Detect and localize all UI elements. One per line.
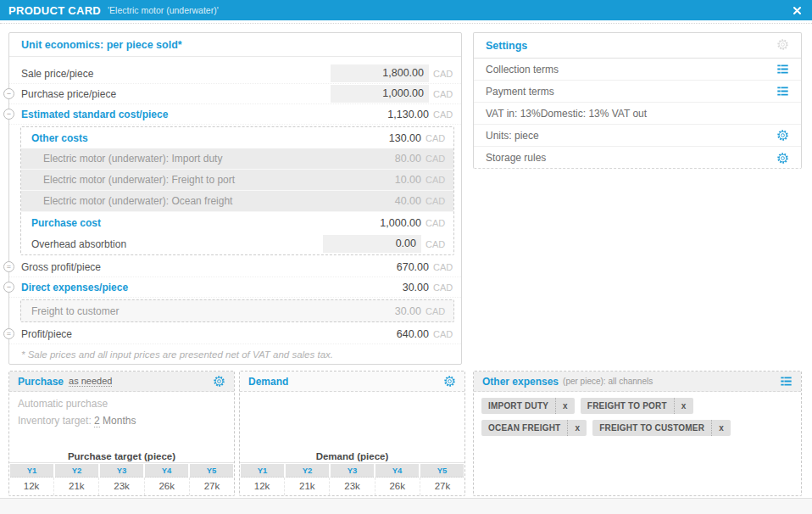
automatic-purchase-label: Automatic purchase [18,398,108,410]
sale-price-label: Sale price/piece [21,68,93,80]
expense-tag[interactable]: FREIGHT TO PORTx [581,398,693,414]
other-costs-label[interactable]: Other costs [31,132,88,144]
settings-title: Settings [486,40,527,52]
equals-gross-profit-icon: = [3,261,14,272]
purchase-cost-unit: CAD [421,218,447,228]
inventory-target-label: Inventory target: [18,415,92,427]
demand-year-tab[interactable]: Y1 [241,464,284,478]
purchase-price-input[interactable]: 1,000.00 [331,85,429,103]
setting-units[interactable]: Units: piece [474,125,801,147]
purchase-cost-label[interactable]: Purchase cost [31,217,101,229]
est-std-cost-label[interactable]: Estimated standard cost/piece [21,109,168,120]
freight-to-port-unit: CAD [421,175,447,185]
freight-to-customer-value: 30.00 [395,305,421,317]
import-duty-value: 80.00 [395,153,421,165]
other-expenses-panel: Other expenses (per piece): all channels… [473,371,802,496]
other-expenses-subtitle: (per piece): all channels [563,377,653,386]
purchase-year-tab[interactable]: Y1 [10,464,53,478]
window-titlebar: PRODUCT CARD 'Electric motor (underwater… [0,0,812,20]
footer-strip [0,498,812,514]
row-other-costs: Other costs 130.00 CAD [21,127,453,148]
settings-gear-icon[interactable] [776,38,789,53]
product-name: 'Electric motor (underwater)' [108,5,219,15]
row-est-std-cost: Estimated standard cost/piece 1,130.00 C… [9,104,461,125]
gross-profit-value: 670.00 [397,261,429,273]
purchase-year-value: 23k [99,478,144,495]
purchase-price-unit: CAD [429,89,454,99]
other-expenses-list-icon[interactable] [780,375,793,388]
purchase-year-tab[interactable]: Y5 [190,464,233,478]
window-title: PRODUCT CARD [8,4,101,17]
purchase-mode-toggle[interactable]: as needed [69,376,112,387]
expense-tag-remove-icon[interactable]: x [711,420,731,436]
expense-tag[interactable]: IMPORT DUTYx [481,398,575,414]
purchase-year-value: 21k [54,478,99,495]
demand-year-tab[interactable]: Y3 [331,464,374,478]
expense-tag-remove-icon[interactable]: x [555,398,575,414]
inventory-target-value[interactable]: 2 [94,415,100,427]
demand-year-value: 23k [330,478,375,495]
units-gear-icon[interactable] [776,129,789,142]
setting-payment-terms[interactable]: Payment terms [474,81,801,103]
purchase-year-value: 12k [9,478,54,495]
demand-year-value: 26k [375,478,420,495]
demand-year-tab[interactable]: Y4 [375,464,419,478]
collapse-purchase-price-icon[interactable]: − [3,88,14,99]
storage-rules-label: Storage rules [486,152,546,164]
direct-expenses-label[interactable]: Direct expenses/piece [21,282,128,293]
expense-tag-remove-icon[interactable]: x [674,398,693,414]
demand-year-value: 12k [240,478,285,495]
purchase-cost-value: 1,000.00 [380,217,421,229]
setting-storage-rules[interactable]: Storage rules [474,147,801,169]
product-card-window: PRODUCT CARD 'Electric motor (underwater… [0,0,812,514]
profit-value: 640.00 [397,328,429,340]
purchase-target-title: Purchase target (piece) [9,451,234,461]
row-import-duty: Electric motor (underwater): Import duty… [21,148,453,170]
expense-tag-label[interactable]: FREIGHT TO PORT [581,398,674,414]
expense-tag-label[interactable]: FREIGHT TO CUSTOMER [592,420,711,436]
row-freight-to-port: Electric motor (underwater): Freight to … [21,170,453,191]
collapse-est-std-cost-icon[interactable]: − [3,109,14,120]
setting-vat[interactable]: VAT in: 13%Domestic: 13% VAT out [474,103,801,125]
demand-values-row: 12k21k23k26k27k [240,478,464,495]
ocean-freight-unit: CAD [421,196,447,206]
storage-rules-gear-icon[interactable] [776,152,789,165]
demand-year-tab[interactable]: Y5 [420,464,464,478]
expense-tag-label[interactable]: OCEAN FREIGHT [481,420,567,436]
expense-tags: IMPORT DUTYxFREIGHT TO PORTxOCEAN FREIGH… [474,392,801,442]
demand-year-value: 21k [285,478,330,495]
row-profit: Profit/piece 640.00 CAD [9,324,461,344]
payment-terms-label: Payment terms [486,86,554,98]
purchase-year-tab[interactable]: Y2 [55,464,98,478]
payment-terms-list-icon[interactable] [776,85,789,98]
setting-collection-terms[interactable]: Collection terms [474,59,801,81]
collapse-direct-expenses-icon[interactable]: − [3,282,14,293]
purchase-year-tab[interactable]: Y4 [145,464,188,478]
row-overhead: Overhead absorbtion 0.00 CAD [21,233,453,254]
demand-year-tab[interactable]: Y2 [286,464,329,478]
purchase-year-tab[interactable]: Y3 [100,464,143,478]
other-expenses-title: Other expenses [482,376,559,388]
demand-gear-icon[interactable] [443,375,456,388]
purchase-gear-icon[interactable] [213,375,225,388]
expense-tag[interactable]: OCEAN FREIGHTx [481,420,587,436]
sale-price-input[interactable]: 1,800.00 [331,64,429,82]
inventory-target-unit: Months [103,415,136,427]
freight-to-customer-label: Freight to customer [31,305,119,317]
settings-header: Settings [474,33,801,59]
calc-tree-line [8,86,9,344]
purchase-values-row: 12k21k23k26k27k [9,478,234,495]
row-direct-expenses: Direct expenses/piece 30.00 CAD [9,277,461,298]
equals-profit-icon: = [3,328,14,339]
import-duty-label: Electric motor (underwater): Import duty [43,153,222,165]
expense-tag-remove-icon[interactable]: x [567,420,587,436]
unit-economics-title: Unit economics: per piece sold* [9,33,461,57]
collection-terms-list-icon[interactable] [776,63,789,75]
expense-tag-label[interactable]: IMPORT DUTY [481,398,555,414]
overhead-input[interactable]: 0.00 [323,235,421,253]
expense-tag[interactable]: FREIGHT TO CUSTOMERx [592,420,731,436]
close-icon[interactable] [790,3,804,17]
units-label: Units: piece [486,130,539,142]
row-gross-profit: Gross profit/piece 670.00 CAD [9,257,461,277]
est-std-cost-breakdown: Other costs 130.00 CAD Electric motor (u… [20,126,454,255]
